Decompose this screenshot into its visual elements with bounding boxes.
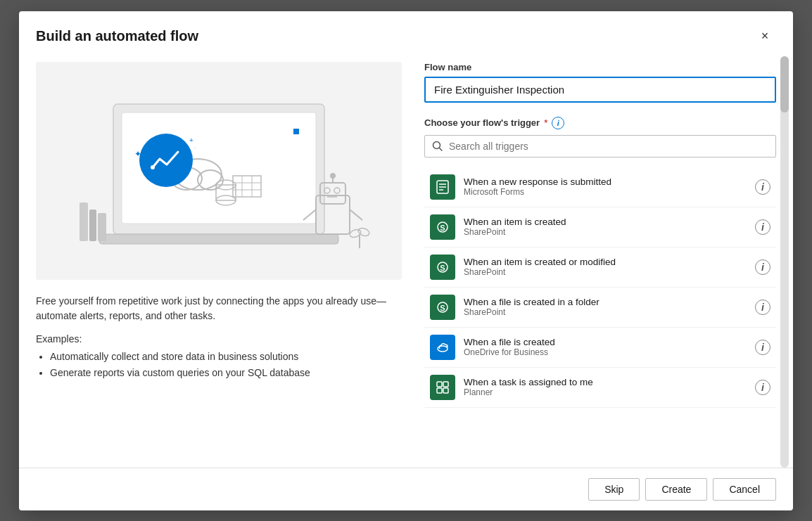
svg-rect-16 bbox=[89, 210, 96, 241]
svg-rect-51 bbox=[437, 388, 442, 393]
search-input[interactable] bbox=[449, 141, 768, 152]
dialog-body: ✦ + · Free yourself from repetitive work… bbox=[19, 56, 793, 468]
search-box[interactable] bbox=[424, 135, 776, 157]
trigger-source: Planner bbox=[464, 387, 747, 397]
dialog-overlay: Build an automated flow × bbox=[0, 0, 812, 521]
dialog-title: Build an automated flow bbox=[36, 28, 198, 44]
trigger-name: When a task is assigned to me bbox=[464, 377, 747, 387]
examples-title: Examples: bbox=[36, 333, 402, 345]
triggers-list: When a new response is submitted Microso… bbox=[424, 167, 776, 462]
search-icon bbox=[432, 141, 443, 152]
trigger-item[interactable]: When a file is created OneDrive for Busi… bbox=[424, 328, 776, 368]
trigger-source: SharePoint bbox=[464, 307, 747, 317]
right-panel: Flow name Choose your flow's trigger * i bbox=[424, 56, 776, 468]
trigger-item[interactable]: When a task is assigned to me Planner i bbox=[424, 368, 776, 408]
trigger-name: When an item is created or modified bbox=[464, 257, 747, 267]
svg-rect-49 bbox=[437, 382, 442, 387]
trigger-text: When an item is created SharePoint bbox=[464, 217, 747, 237]
trigger-icon-t2: S bbox=[430, 214, 455, 240]
trigger-source: Microsoft Forms bbox=[464, 187, 747, 197]
required-star: * bbox=[544, 117, 547, 128]
dialog-footer: Skip Create Cancel bbox=[19, 468, 793, 510]
flow-name-input[interactable] bbox=[424, 77, 776, 103]
trigger-info-t2[interactable]: i bbox=[755, 219, 770, 235]
create-button[interactable]: Create bbox=[645, 478, 707, 501]
svg-rect-17 bbox=[98, 213, 106, 241]
trigger-text: When a new response is submitted Microso… bbox=[464, 176, 747, 197]
svg-text:S: S bbox=[440, 223, 445, 231]
cancel-button[interactable]: Cancel bbox=[713, 478, 776, 501]
trigger-name: When a new response is submitted bbox=[464, 176, 747, 187]
svg-rect-15 bbox=[80, 202, 88, 241]
svg-text:S: S bbox=[440, 303, 445, 311]
trigger-text: When a task is assigned to me Planner bbox=[464, 377, 747, 397]
illustration: ✦ + · bbox=[36, 62, 402, 280]
trigger-icon-t6 bbox=[430, 375, 455, 400]
scrollbar-thumb[interactable] bbox=[780, 56, 789, 112]
trigger-info-t4[interactable]: i bbox=[755, 300, 770, 315]
dialog: Build an automated flow × bbox=[19, 11, 793, 510]
trigger-item[interactable]: When a new response is submitted Microso… bbox=[424, 167, 776, 207]
trigger-icon-t4: S bbox=[430, 295, 455, 320]
scrollbar-track[interactable] bbox=[780, 56, 789, 468]
trigger-icon-t3: S bbox=[430, 255, 455, 280]
trigger-source: OneDrive for Business bbox=[464, 347, 747, 357]
trigger-item[interactable]: S When a file is created in a folder Sha… bbox=[424, 288, 776, 328]
trigger-name: When a file is created in a folder bbox=[464, 297, 747, 307]
trigger-label: Choose your flow's trigger bbox=[424, 117, 540, 128]
skip-button[interactable]: Skip bbox=[588, 478, 640, 501]
trigger-info-t6[interactable]: i bbox=[755, 380, 770, 395]
trigger-item[interactable]: S When an item is created or modified Sh… bbox=[424, 247, 776, 288]
close-button[interactable]: × bbox=[754, 25, 776, 48]
trigger-name: When a file is created bbox=[464, 337, 747, 347]
flow-name-label: Flow name bbox=[424, 62, 776, 72]
svg-point-30 bbox=[139, 134, 193, 187]
trigger-name: When an item is created bbox=[464, 217, 747, 227]
svg-text:·: · bbox=[194, 145, 196, 151]
svg-rect-50 bbox=[443, 382, 448, 387]
trigger-source: SharePoint bbox=[464, 267, 747, 277]
trigger-source: SharePoint bbox=[464, 227, 747, 237]
trigger-text: When a file is created in a folder Share… bbox=[464, 297, 747, 317]
trigger-info-t1[interactable]: i bbox=[755, 179, 770, 195]
description-text: Free yourself from repetitive work just … bbox=[36, 294, 402, 323]
trigger-text: When a file is created OneDrive for Busi… bbox=[464, 337, 747, 357]
examples-list: Automatically collect and store data in … bbox=[36, 349, 402, 382]
dialog-header: Build an automated flow × bbox=[19, 11, 793, 56]
trigger-icon-t5 bbox=[430, 335, 455, 360]
example-item-2: Generate reports via custom queries on y… bbox=[50, 365, 402, 382]
svg-text:S: S bbox=[440, 263, 445, 271]
trigger-text: When an item is created or modified Shar… bbox=[464, 257, 747, 277]
trigger-info-t3[interactable]: i bbox=[755, 259, 770, 275]
svg-rect-3 bbox=[99, 234, 338, 244]
svg-point-24 bbox=[330, 173, 336, 179]
svg-rect-52 bbox=[443, 388, 448, 393]
svg-text:+: + bbox=[189, 136, 194, 144]
svg-point-31 bbox=[151, 165, 155, 169]
svg-text:✦: ✦ bbox=[134, 149, 141, 159]
example-item-1: Automatically collect and store data in … bbox=[50, 349, 402, 366]
svg-line-37 bbox=[440, 148, 443, 150]
svg-rect-35 bbox=[293, 129, 299, 134]
trigger-icon-t1 bbox=[430, 174, 455, 200]
trigger-item[interactable]: S When an item is created SharePoint i bbox=[424, 207, 776, 247]
trigger-label-row: Choose your flow's trigger * i bbox=[424, 117, 776, 129]
left-panel: ✦ + · Free yourself from repetitive work… bbox=[36, 56, 402, 468]
trigger-info-icon[interactable]: i bbox=[552, 117, 564, 129]
trigger-info-t5[interactable]: i bbox=[755, 340, 770, 355]
